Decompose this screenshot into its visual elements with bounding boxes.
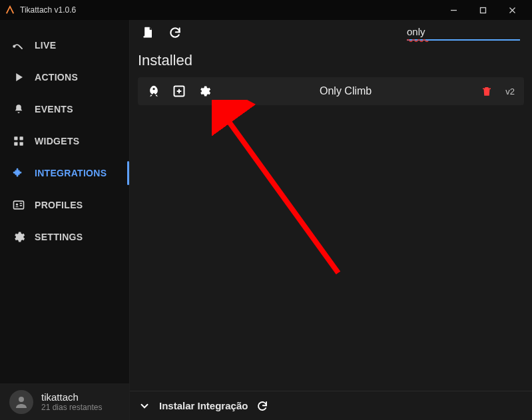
sidebar-item-actions[interactable]: ACTIONS — [0, 61, 129, 93]
install-footer[interactable]: Instalar Integração — [130, 391, 532, 420]
user-footer[interactable]: tikattach 21 dias restantes — [0, 383, 129, 420]
window-title: Tikattach v1.0.6 — [20, 5, 439, 15]
sidebar-item-label: INTEGRATIONS — [35, 168, 107, 178]
id-card-icon — [12, 198, 25, 212]
puzzle-icon — [12, 166, 25, 180]
svg-rect-9 — [14, 201, 24, 209]
gear-icon[interactable] — [198, 85, 211, 98]
refresh-icon[interactable] — [256, 399, 269, 413]
titlebar: Tikattach v1.0.6 — [0, 0, 532, 20]
nav: LIVE ACTIONS EVENTS WIDGETS — [0, 20, 129, 383]
sidebar-item-label: PROFILES — [35, 200, 83, 210]
maximize-button[interactable] — [468, 0, 497, 20]
signal-icon — [12, 39, 25, 52]
svg-rect-1 — [480, 7, 485, 13]
svg-point-10 — [16, 204, 18, 206]
sidebar-item-label: EVENTS — [35, 104, 73, 114]
sidebar-item-settings[interactable]: SETTINGS — [0, 221, 129, 253]
sidebar-item-integrations[interactable]: INTEGRATIONS — [0, 157, 129, 189]
section-title: Installed — [130, 45, 532, 77]
gear-icon — [12, 230, 25, 244]
sidebar-item-label: ACTIONS — [35, 72, 78, 83]
svg-rect-7 — [14, 142, 17, 146]
integration-row: Only Climb v2 — [138, 77, 524, 105]
sidebar-item-events[interactable]: EVENTS — [0, 93, 129, 125]
user-status: 21 dias restantes — [41, 403, 102, 412]
sidebar-item-profiles[interactable]: PROFILES — [0, 189, 129, 221]
chevron-down-icon[interactable] — [138, 399, 151, 413]
launch-icon[interactable] — [147, 85, 160, 98]
sidebar-item-label: SETTINGS — [35, 232, 83, 242]
sidebar-item-live[interactable]: LIVE — [0, 29, 129, 61]
svg-point-15 — [152, 88, 154, 90]
svg-rect-6 — [20, 136, 23, 140]
svg-point-13 — [19, 397, 24, 402]
username: tikattach — [41, 391, 102, 403]
avatar — [9, 390, 33, 414]
import-file-icon[interactable] — [142, 26, 155, 39]
sidebar-item-widgets[interactable]: WIDGETS — [0, 125, 129, 157]
app-icon — [5, 5, 15, 15]
play-icon — [12, 71, 25, 84]
integration-name: Only Climb — [223, 85, 468, 97]
svg-rect-8 — [20, 142, 23, 146]
minimize-button[interactable] — [439, 0, 468, 20]
add-box-icon[interactable] — [172, 85, 186, 98]
widgets-icon — [12, 134, 25, 148]
close-button[interactable] — [497, 0, 527, 20]
svg-point-4 — [13, 46, 15, 47]
sidebar: LIVE ACTIONS EVENTS WIDGETS — [0, 20, 130, 420]
refresh-icon[interactable] — [168, 26, 182, 39]
integration-version: v2 — [505, 87, 515, 97]
sidebar-item-label: WIDGETS — [35, 136, 79, 146]
window-controls — [439, 0, 527, 20]
toolbar — [130, 20, 532, 45]
content: Installed Only Climb v2 Instalar Integra… — [130, 20, 532, 420]
trash-icon[interactable] — [480, 85, 493, 98]
svg-rect-5 — [14, 136, 17, 140]
sidebar-item-label: LIVE — [35, 40, 56, 51]
bell-icon — [12, 103, 25, 116]
install-label: Instalar Integração — [159, 400, 248, 411]
